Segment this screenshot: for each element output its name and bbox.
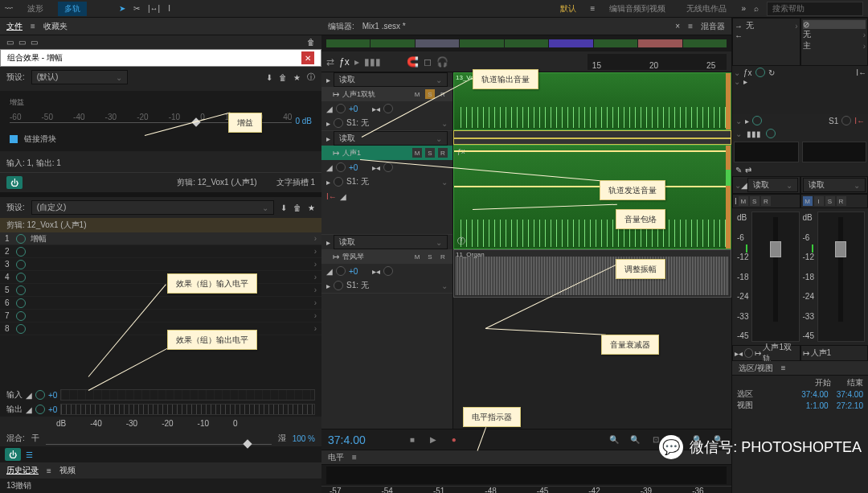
swap-icon[interactable]: ⇄ [745, 166, 751, 175]
mute-button[interactable]: M [412, 89, 422, 99]
text-insert: 文字插槽 1 [276, 177, 315, 188]
workspace-default[interactable]: 默认 [554, 2, 583, 16]
fx-icon[interactable]: ⓕ [457, 236, 465, 247]
send-icon[interactable]: ▸ [354, 56, 359, 68]
read-dropdown[interactable]: 读取 [334, 131, 448, 146]
input-power-icon[interactable] [35, 390, 45, 400]
snap-icon[interactable]: 🧲 [407, 56, 419, 68]
output-value[interactable]: +0 [48, 405, 57, 414]
mode-waveform[interactable]: 波形 [21, 2, 50, 16]
slot-power-icon[interactable] [16, 298, 26, 308]
track-name[interactable]: 管风琴 [342, 252, 409, 262]
tab-video[interactable]: 视频 [59, 465, 76, 476]
level-tab[interactable]: 电平 [328, 452, 344, 463]
tab-favorites[interactable]: 收藏夹 [43, 21, 68, 32]
no-input-icon[interactable]: ⊘ [803, 20, 809, 29]
folder2-icon[interactable]: ▭ [31, 38, 38, 47]
effect-slot-1[interactable]: 增幅 [31, 233, 47, 244]
pointer-icon[interactable]: ➤ [119, 4, 125, 13]
track-name[interactable]: 人声1双轨 [342, 89, 409, 100]
menu-icon[interactable]: ≡ [591, 4, 596, 13]
timecode[interactable]: 37:4.00 [328, 433, 366, 446]
overview[interactable] [321, 35, 731, 51]
save-preset-icon[interactable]: ⬇ [266, 73, 272, 82]
time-sel-icon[interactable]: I [168, 4, 170, 13]
read-dropdown[interactable]: 读取 [334, 235, 448, 249]
record-arm-icon[interactable]: I← [326, 192, 337, 201]
swap-icon[interactable]: ⇄ [326, 56, 334, 68]
fx-icon[interactable]: ƒx [339, 56, 350, 68]
info-icon[interactable]: ⓘ [307, 72, 315, 83]
play-button[interactable]: ▶ [427, 433, 440, 446]
meter-icon: ◢ [26, 391, 32, 400]
preset2-dropdown[interactable]: (自定义) [31, 200, 274, 215]
pan-knob[interactable] [383, 104, 393, 113]
arrow-icon[interactable]: ▸ [326, 76, 330, 84]
search-icon[interactable]: ⌕ [754, 4, 759, 13]
power-button[interactable]: ⏻ [5, 448, 21, 461]
folder-icon[interactable]: ▭ [18, 38, 26, 47]
save-icon[interactable]: ⬇ [280, 203, 287, 212]
selection-tab[interactable]: 选区/视图 [739, 363, 773, 374]
tab-mixer[interactable]: 混音器 [701, 21, 725, 32]
link-sliders-checkbox[interactable] [10, 135, 18, 143]
mix-percent[interactable]: 100 % [293, 434, 315, 443]
slot-power-icon[interactable] [16, 234, 26, 244]
zoom-in-icon[interactable]: 🔍 [608, 433, 620, 446]
delete-preset-icon[interactable]: 🗑 [279, 73, 287, 82]
close-button[interactable]: ✕ [301, 51, 314, 64]
mode-multitrack[interactable]: 多轨 [58, 2, 87, 16]
slot-power-icon[interactable] [16, 286, 26, 295]
search-input[interactable] [767, 2, 863, 16]
slip-icon[interactable]: |↔| [148, 4, 160, 13]
slot-power-icon[interactable] [16, 324, 26, 334]
input-value[interactable]: +0 [48, 391, 57, 400]
pen-icon[interactable]: ✎ [735, 166, 742, 175]
list-icon[interactable]: ☰ [26, 450, 33, 459]
preset-dropdown[interactable]: (默认) [31, 70, 128, 84]
star-icon[interactable]: ★ [293, 73, 301, 82]
slot-power-icon[interactable] [16, 273, 26, 282]
more-icon[interactable]: » [741, 4, 746, 13]
razor-icon[interactable]: ✂ [133, 4, 140, 13]
eq-icon[interactable]: ▮▮▮ [364, 56, 381, 68]
menu-icon[interactable]: ≡ [31, 22, 35, 31]
stop-button[interactable]: ■ [406, 433, 419, 446]
slot-power-icon[interactable] [16, 311, 26, 321]
audio-clip[interactable]: ƒx ⓕ [453, 145, 731, 249]
callout-gain: 增益 [228, 113, 262, 133]
eq-icon[interactable]: ▮▮▮ [747, 129, 761, 138]
tool-icon[interactable]: ◻ [424, 56, 432, 68]
read-dropdown[interactable]: 读取 [747, 178, 798, 192]
output-power-icon[interactable] [35, 405, 45, 414]
trash-icon[interactable]: 🗑 [307, 38, 315, 47]
history-item[interactable]: 13撤销 [6, 480, 31, 491]
tab-file[interactable]: 文件 [6, 21, 23, 32]
headphone-icon[interactable]: 🎧 [436, 56, 448, 68]
new-file-icon[interactable]: ▭ [6, 38, 14, 47]
fader[interactable] [773, 217, 778, 322]
slot-power-icon[interactable] [16, 260, 26, 269]
fader[interactable] [838, 217, 843, 322]
power-button[interactable]: ⏻ [6, 176, 23, 189]
trash-icon[interactable]: 🗑 [293, 203, 301, 212]
workspace-audiovideo[interactable]: 编辑音频到视频 [603, 2, 672, 16]
record-button[interactable]: ● [448, 433, 461, 446]
wechat-watermark: 💬 微信号: PHOTOSHOPTEA [659, 435, 862, 459]
arrow-icon[interactable]: ▸ [326, 119, 330, 128]
gain-value[interactable]: 0 dB [295, 117, 312, 125]
menu-icon[interactable]: ≡ [688, 22, 693, 31]
waveform-icon[interactable]: 〰 [5, 4, 13, 13]
audio-clip[interactable]: 11_Organ [453, 249, 731, 298]
vol-knob[interactable] [336, 104, 346, 113]
slot-power-icon[interactable] [16, 247, 26, 257]
zoom-out-icon[interactable]: 🔍 [628, 433, 641, 446]
star-icon[interactable]: ★ [308, 203, 315, 212]
read-dropdown[interactable]: 读取 [334, 72, 448, 87]
fx-power-icon[interactable] [755, 68, 765, 77]
workspace-radio[interactable]: 无线电作品 [680, 2, 733, 16]
chevron-icon[interactable]: › [314, 234, 317, 243]
close-icon[interactable]: × [675, 22, 680, 31]
tab-history[interactable]: 历史记录 [6, 465, 39, 476]
track-name[interactable]: 人声1 [342, 148, 409, 158]
